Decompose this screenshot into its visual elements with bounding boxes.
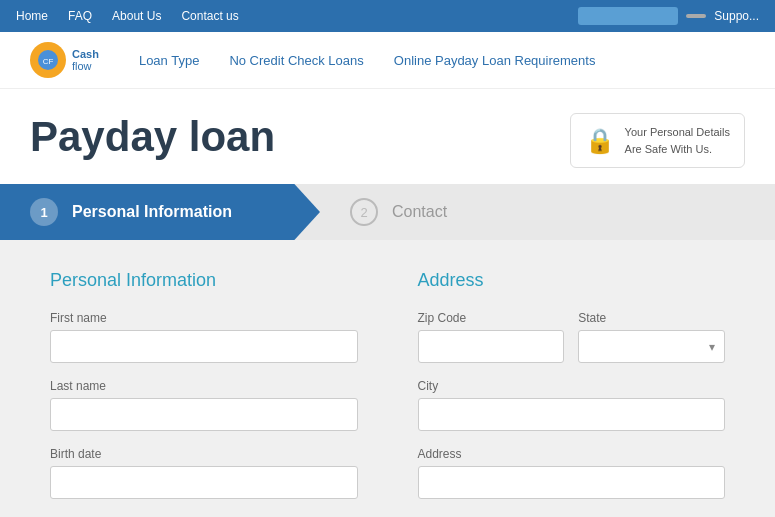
last-name-input[interactable] xyxy=(50,398,358,431)
zip-code-label: Zip Code xyxy=(418,311,565,325)
nav-about[interactable]: About Us xyxy=(112,9,161,23)
top-search-input[interactable] xyxy=(578,7,678,25)
first-name-group: First name xyxy=(50,311,358,363)
personal-section-title: Personal Information xyxy=(50,270,358,291)
security-text-line1: Your Personal Details xyxy=(625,124,730,141)
step-2-label: Contact xyxy=(392,203,447,221)
nav-contact[interactable]: Contact us xyxy=(181,9,238,23)
top-nav-right: Suppo... xyxy=(578,7,759,25)
state-group: State AL AK AZ CA CO FL NY TX xyxy=(578,311,725,363)
nav-home[interactable]: Home xyxy=(16,9,48,23)
birth-date-input[interactable] xyxy=(50,466,358,499)
personal-info-column: Personal Information First name Last nam… xyxy=(50,270,358,515)
hero-section: Payday loan 🔒 Your Personal Details Are … xyxy=(0,89,775,184)
svg-text:CF: CF xyxy=(43,57,54,66)
lock-icon: 🔒 xyxy=(585,127,615,155)
first-name-label: First name xyxy=(50,311,358,325)
state-select-wrapper: AL AK AZ CA CO FL NY TX ▾ xyxy=(578,330,725,363)
form-area: Personal Information First name Last nam… xyxy=(0,240,775,517)
nav-faq[interactable]: FAQ xyxy=(68,9,92,23)
top-nav-links: Home FAQ About Us Contact us xyxy=(16,9,239,23)
zip-code-group: Zip Code xyxy=(418,311,565,363)
address-column: Address Zip Code State AL AK AZ CA xyxy=(418,270,726,515)
city-group: City xyxy=(418,379,726,431)
birth-date-group: Birth date xyxy=(50,447,358,499)
nav-loan-type[interactable]: Loan Type xyxy=(139,53,199,68)
zip-code-input[interactable] xyxy=(418,330,565,363)
first-name-input[interactable] xyxy=(50,330,358,363)
logo-icon: CF xyxy=(30,42,66,78)
step-2-contact: 2 Contact xyxy=(320,184,775,240)
top-nav: Home FAQ About Us Contact us Suppo... xyxy=(0,0,775,32)
city-label: City xyxy=(418,379,726,393)
step-1-personal: 1 Personal Information xyxy=(0,184,320,240)
steps-bar: 1 Personal Information 2 Contact xyxy=(0,184,775,240)
support-label: Suppo... xyxy=(714,9,759,23)
zip-state-row: Zip Code State AL AK AZ CA CO FL xyxy=(418,311,726,379)
form-columns: Personal Information First name Last nam… xyxy=(50,270,725,515)
logo[interactable]: CF Cash flow xyxy=(30,42,99,78)
state-select[interactable]: AL AK AZ CA CO FL NY TX xyxy=(578,330,725,363)
city-input[interactable] xyxy=(418,398,726,431)
logo-text-line2: flow xyxy=(72,60,99,72)
logo-text-line1: Cash xyxy=(72,48,99,60)
address-group: Address xyxy=(418,447,726,499)
top-search-button[interactable] xyxy=(686,14,706,18)
step-1-number: 1 xyxy=(30,198,58,226)
birth-date-label: Birth date xyxy=(50,447,358,461)
address-label: Address xyxy=(418,447,726,461)
address-input[interactable] xyxy=(418,466,726,499)
page-title: Payday loan xyxy=(30,113,275,161)
security-text-line2: Are Safe With Us. xyxy=(625,141,730,158)
security-badge: 🔒 Your Personal Details Are Safe With Us… xyxy=(570,113,745,168)
last-name-label: Last name xyxy=(50,379,358,393)
secondary-nav: CF Cash flow Loan Type No Credit Check L… xyxy=(0,32,775,89)
address-section-title: Address xyxy=(418,270,726,291)
step-2-number: 2 xyxy=(350,198,378,226)
last-name-group: Last name xyxy=(50,379,358,431)
nav-no-credit[interactable]: No Credit Check Loans xyxy=(229,53,363,68)
nav-requirements[interactable]: Online Payday Loan Requirements xyxy=(394,53,596,68)
step-1-label: Personal Information xyxy=(72,203,232,221)
state-label: State xyxy=(578,311,725,325)
